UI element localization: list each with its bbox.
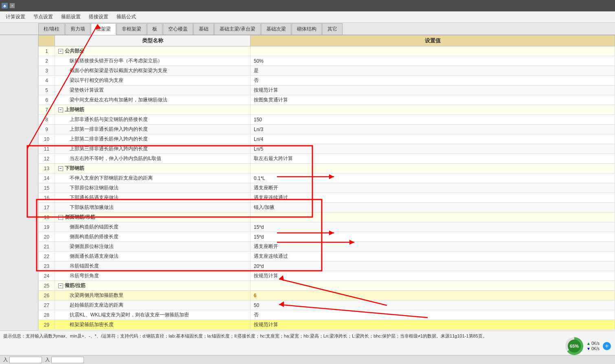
row-value[interactable]: 15*d <box>250 222 615 232</box>
row-name: 下部纵筋增加腋做法 <box>55 203 250 213</box>
table-row: 10上部第二排非通长筋伸入跨内的长度Ln/4 <box>39 134 615 144</box>
row-value[interactable]: Ln/4 <box>250 134 615 144</box>
menu-lap-settings[interactable]: 搭接设置 <box>85 12 112 22</box>
row-value[interactable] <box>250 213 615 222</box>
tab-shearwall[interactable]: 剪力墙 <box>65 23 90 35</box>
row-value[interactable]: 锚入/加腋 <box>250 203 615 213</box>
status-input-field-2[interactable] <box>51 357 84 363</box>
tab-framebeam[interactable]: 框架梁 <box>91 23 116 35</box>
row-name-text: 梁以平行相交的墙为支座 <box>70 77 123 83</box>
expand-icon[interactable]: − <box>58 215 63 220</box>
row-name: 截面小的框架梁是否以截面大的框架梁为支座 <box>55 66 250 76</box>
table-row: 29框架梁箍筋加密长度按规范计算 <box>39 320 615 330</box>
row-number: 29 <box>39 320 55 330</box>
row-value[interactable]: Ln/5 <box>250 144 615 154</box>
row-value[interactable]: 50% <box>250 56 615 66</box>
table-row: 28抗震KL、WKL端支座为梁时，则在该支座一侧箍筋加密否 <box>39 310 615 320</box>
table-row: 13−下部钢筋 <box>39 164 615 173</box>
net-up-value: 0K/s <box>591 341 600 346</box>
row-value[interactable]: 遇支座断开 <box>250 242 615 252</box>
tab-hollow[interactable]: 空心楼盖 <box>163 23 193 35</box>
row-name: 不伸入支座的下部钢筋距支座边的距离 <box>55 173 250 183</box>
right-status: 65% ▲ 0K/s ▼ 0K/s + <box>565 337 611 355</box>
row-number: 6 <box>39 95 55 105</box>
row-number: 7 <box>39 105 55 115</box>
table-row: 11上部第三排非通长筋伸入跨内的长度Ln/5 <box>39 144 615 154</box>
expand-icon[interactable]: − <box>58 49 63 54</box>
menu-rebar-formula[interactable]: 箍筋公式 <box>112 12 140 22</box>
row-value[interactable]: Ln/3 <box>250 125 615 134</box>
status-input-field-1[interactable] <box>9 357 42 363</box>
row-name: 抗震KL、WKL端支座为梁时，则在该支座一侧箍筋加密 <box>55 310 250 320</box>
row-value[interactable]: 遇支座连续通过 <box>250 252 615 261</box>
row-value[interactable]: 按规范计算 <box>250 320 615 330</box>
row-name: −公共部分 <box>55 46 250 56</box>
row-number: 5 <box>39 86 55 95</box>
tab-foundation[interactable]: 基础 <box>193 23 214 35</box>
row-number: 18 <box>39 213 55 222</box>
row-value[interactable]: 是 <box>250 66 615 76</box>
row-name-text: 纵筋搭接接头错开百分率（不考虑架立筋） <box>70 58 163 64</box>
row-number: 12 <box>39 154 55 164</box>
row-value[interactable]: 否 <box>250 310 615 320</box>
tab-secbeam[interactable]: 基础次梁 <box>261 23 291 35</box>
tab-slab[interactable]: 板 <box>147 23 163 35</box>
row-value[interactable]: 50 <box>250 300 615 310</box>
row-value[interactable]: 按规范计算 <box>250 271 615 281</box>
row-number: 26 <box>39 291 55 300</box>
menu-rebar-settings[interactable]: 箍筋设置 <box>57 12 85 22</box>
close-button[interactable]: × <box>9 3 15 9</box>
row-value[interactable]: 按图集贯通计算 <box>250 95 615 105</box>
row-value[interactable]: 20*d <box>250 261 615 271</box>
expand-icon[interactable]: − <box>58 166 63 171</box>
table-row: 6梁中间支座处左右均有加腋时，加腋钢筋做法按图集贯通计算 <box>39 95 615 105</box>
menu-calc-settings[interactable]: 计算设置 <box>2 12 29 22</box>
info-text: 提示信息：支持输入函数为max、min及+、-、*、/运算符；支持代码：d:钢筋… <box>3 333 487 338</box>
row-value[interactable] <box>250 46 615 56</box>
add-button[interactable]: + <box>603 342 611 350</box>
menu-node-settings[interactable]: 节点设置 <box>29 12 57 22</box>
row-value[interactable]: 6 <box>250 291 615 300</box>
row-value[interactable]: 遇支座连续通过 <box>250 193 615 203</box>
row-value[interactable] <box>250 105 615 115</box>
row-value[interactable]: 否 <box>250 76 615 86</box>
title-bar: ♣ × <box>0 0 615 11</box>
table-area[interactable]: 类型名称 设置值 1−公共部分2纵筋搭接接头错开百分率（不考虑架立筋）50%3截… <box>38 35 615 331</box>
table-row: 4梁以平行相交的墙为支座否 <box>39 76 615 86</box>
row-number: 9 <box>39 125 55 134</box>
row-value[interactable] <box>250 164 615 173</box>
table-row: 3截面小的框架梁是否以截面大的框架梁为支座是 <box>39 66 615 76</box>
tab-mainbeam[interactable]: 基础主梁/承台梁 <box>214 23 260 35</box>
row-name-text: 起始箍筋距支座边的距离 <box>70 302 123 308</box>
table-row: 8上部非通长筋与架立钢筋的搭接长度150 <box>39 115 615 125</box>
row-value[interactable] <box>250 281 615 291</box>
row-number: 8 <box>39 115 55 125</box>
row-value[interactable]: 遇支座断开 <box>250 183 615 193</box>
row-name-text: 下部通长筋遇支座做法 <box>70 195 119 200</box>
table-row: 24吊筋弯折角度按规范计算 <box>39 271 615 281</box>
row-name: 侧面构造筋的搭接长度 <box>55 232 250 242</box>
table-row: 23吊筋锚固长度20*d <box>39 261 615 271</box>
row-name-text: 上部第一排非通长筋伸入跨内的长度 <box>70 126 148 132</box>
tab-col[interactable]: 柱/墙柱 <box>38 23 65 35</box>
main-layout: 类型名称 设置值 1−公共部分2纵筋搭接接头错开百分率（不考虑架立筋）50%3截… <box>0 35 615 331</box>
tab-nonframe[interactable]: 非框架梁 <box>116 23 147 35</box>
row-name: 下部通长筋遇支座做法 <box>55 193 250 203</box>
left-sidebar <box>0 35 38 331</box>
row-name-text: 梁中间支座处左右均有加腋时，加腋钢筋做法 <box>70 97 167 103</box>
row-value[interactable]: 0.1*L <box>250 173 615 183</box>
row-number: 20 <box>39 232 55 242</box>
row-value[interactable]: 15*d <box>250 232 615 242</box>
row-number: 28 <box>39 310 55 320</box>
expand-icon[interactable]: − <box>58 283 63 288</box>
row-name: 侧面通长筋遇支座做法 <box>55 252 250 261</box>
pin-icon[interactable]: ♣ <box>2 3 8 9</box>
expand-icon[interactable]: − <box>58 107 63 112</box>
row-number: 10 <box>39 134 55 144</box>
tab-masonry[interactable]: 砌体结构 <box>292 23 322 35</box>
row-value[interactable]: 150 <box>250 115 615 125</box>
row-value[interactable]: 按规范计算 <box>250 86 615 95</box>
tab-other[interactable]: 其它 <box>322 23 343 35</box>
row-value[interactable]: 取左右最大跨计算 <box>250 154 615 164</box>
row-name-text: 公共部分 <box>65 48 84 54</box>
